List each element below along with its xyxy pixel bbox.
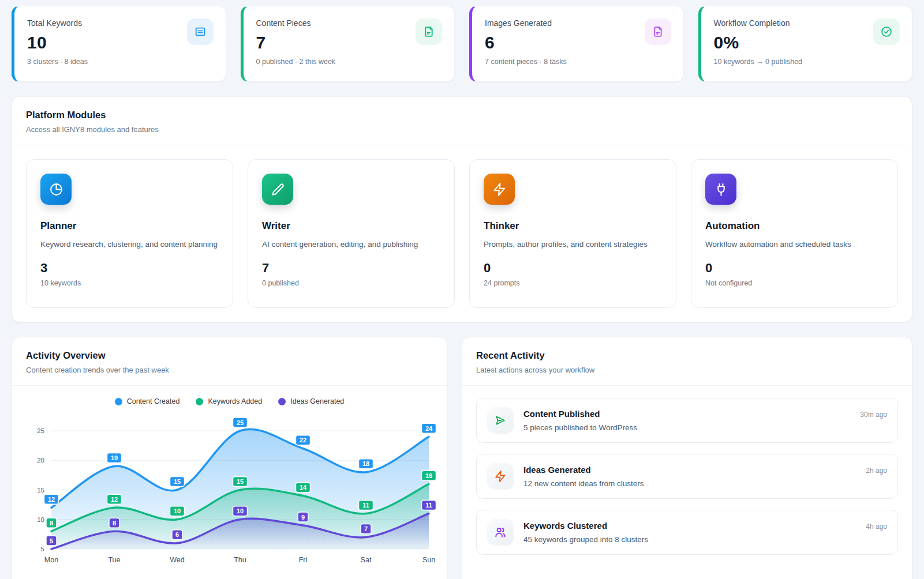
recent-activity-description: 5 pieces published to WordPress: [523, 423, 887, 432]
recent-activity-time: 4h ago: [866, 522, 887, 531]
legend-item: Ideas Generated: [278, 397, 344, 405]
stat-subtext: 10 keywords → 0 published: [714, 58, 900, 66]
svg-text:11: 11: [362, 502, 369, 509]
stat-card: Workflow Completion 0% 10 keywords → 0 p…: [698, 6, 913, 82]
zap-icon: [484, 174, 515, 205]
module-description: AI content generation, editing, and publ…: [262, 239, 440, 251]
recent-activity-description: 12 new content ideas from clusters: [523, 479, 887, 488]
module-description: Keyword research, clustering, and conten…: [40, 239, 219, 251]
stat-label: Content Pieces: [256, 18, 442, 28]
svg-text:Tue: Tue: [108, 556, 120, 564]
legend-label: Keywords Added: [208, 397, 262, 405]
svg-text:Fri: Fri: [299, 556, 308, 564]
svg-text:10: 10: [174, 507, 181, 514]
svg-text:9: 9: [301, 514, 305, 521]
chart-wrap: 5101520251219152522182481210151411165861…: [12, 405, 447, 569]
stat-card: Images Generated 6 7 content pieces · 8 …: [469, 6, 684, 82]
module-name: Planner: [40, 220, 219, 232]
send-icon: [487, 407, 514, 434]
module-value: 0: [484, 261, 662, 276]
recent-activity-header: Recent Activity Latest actions across yo…: [462, 337, 912, 386]
stat-label: Total Keywords: [27, 18, 213, 28]
stat-subtext: 0 published · 2 this week: [256, 58, 442, 66]
svg-text:12: 12: [48, 496, 55, 503]
document-lines-icon: [187, 18, 214, 45]
zap-icon: [487, 463, 514, 490]
module-subtext: 10 keywords: [40, 279, 219, 287]
svg-text:8: 8: [50, 520, 53, 527]
svg-text:5: 5: [41, 546, 44, 552]
svg-text:Sun: Sun: [422, 556, 435, 564]
svg-text:22: 22: [300, 437, 306, 443]
module-value: 0: [705, 261, 884, 276]
module-card-thinker[interactable]: Thinker Prompts, author profiles, and co…: [469, 159, 676, 308]
svg-text:18: 18: [362, 460, 369, 467]
panel-subtitle: Content creation trends over the past we…: [26, 366, 433, 374]
platform-modules-header: Platform Modules Access all IGNY8 module…: [12, 97, 912, 145]
module-name: Thinker: [484, 220, 662, 232]
stat-subtext: 7 content pieces · 8 tasks: [485, 58, 671, 66]
recent-activity-body: Content Published 30m ago 5 pieces publi…: [523, 409, 887, 432]
file-page-icon: [416, 18, 442, 45]
svg-text:15: 15: [174, 478, 181, 485]
svg-text:19: 19: [111, 454, 118, 461]
stat-value: 0%: [714, 33, 900, 52]
recent-activity-body: Keywords Clustered 4h ago 45 keywords gr…: [523, 521, 887, 544]
stat-label: Images Generated: [485, 18, 671, 28]
svg-text:10: 10: [237, 507, 244, 514]
pencil-icon: [262, 174, 293, 205]
file-page-icon: [645, 18, 671, 45]
svg-text:Mon: Mon: [44, 556, 58, 564]
module-description: Prompts, author profiles, and content st…: [484, 239, 662, 251]
stat-label: Workflow Completion: [714, 18, 900, 28]
recent-activity-time: 2h ago: [866, 467, 887, 475]
module-card-automation[interactable]: Automation Workflow automation and sched…: [691, 159, 898, 308]
legend-dot-icon: [115, 398, 122, 405]
legend-label: Content Created: [127, 397, 180, 405]
svg-text:10: 10: [37, 516, 44, 523]
svg-text:7: 7: [364, 525, 368, 532]
recent-activity-body: Ideas Generated 2h ago 12 new content id…: [523, 465, 887, 488]
module-card-writer[interactable]: Writer AI content generation, editing, a…: [248, 159, 455, 308]
svg-text:16: 16: [425, 472, 432, 479]
check-circle-icon: [873, 18, 900, 45]
modules-grid: Planner Keyword research, clustering, an…: [12, 145, 912, 322]
module-description: Workflow automation and scheduled tasks: [705, 239, 884, 251]
recent-activity-panel: Recent Activity Latest actions across yo…: [462, 337, 912, 579]
recent-activity-title: Ideas Generated: [523, 465, 591, 475]
users-icon: [487, 519, 514, 546]
panel-title: Recent Activity: [476, 350, 898, 361]
svg-text:Sat: Sat: [361, 556, 372, 564]
activity-overview-panel: Activity Overview Content creation trend…: [12, 337, 447, 579]
svg-text:14: 14: [300, 484, 307, 491]
svg-text:25: 25: [37, 427, 44, 434]
platform-modules-panel: Platform Modules Access all IGNY8 module…: [12, 96, 912, 322]
bottom-row: Activity Overview Content creation trend…: [12, 337, 912, 579]
svg-text:25: 25: [237, 419, 244, 426]
stat-value: 7: [256, 33, 442, 52]
legend-label: Ideas Generated: [290, 397, 344, 405]
module-value: 7: [262, 261, 440, 276]
plug-icon: [705, 174, 736, 205]
recent-activity-item: Keywords Clustered 4h ago 45 keywords gr…: [476, 510, 898, 555]
legend-dot-icon: [196, 398, 203, 405]
module-name: Automation: [705, 220, 884, 232]
panel-subtitle: Access all IGNY8 modules and features: [26, 125, 898, 134]
module-subtext: Not configured: [705, 279, 884, 287]
recent-activity-time: 30m ago: [860, 411, 887, 419]
module-card-planner[interactable]: Planner Keyword research, clustering, an…: [26, 159, 233, 308]
svg-text:20: 20: [37, 457, 44, 464]
svg-text:6: 6: [175, 531, 179, 538]
activity-chart: 5101520251219152522182481210151411165861…: [18, 405, 442, 567]
recent-activity-description: 45 keywords grouped into 8 clusters: [523, 535, 887, 544]
stat-value: 10: [27, 33, 213, 52]
svg-text:Wed: Wed: [170, 556, 185, 564]
legend-item: Keywords Added: [196, 397, 262, 405]
legend-item: Content Created: [115, 397, 180, 405]
stats-row: Total Keywords 10 3 clusters · 8 ideas C…: [12, 6, 912, 82]
svg-text:8: 8: [113, 520, 116, 527]
pie-chart-icon: [40, 174, 72, 205]
activity-overview-header: Activity Overview Content creation trend…: [12, 337, 447, 386]
svg-text:12: 12: [111, 496, 118, 503]
recent-activity-item: Content Published 30m ago 5 pieces publi…: [476, 398, 898, 443]
